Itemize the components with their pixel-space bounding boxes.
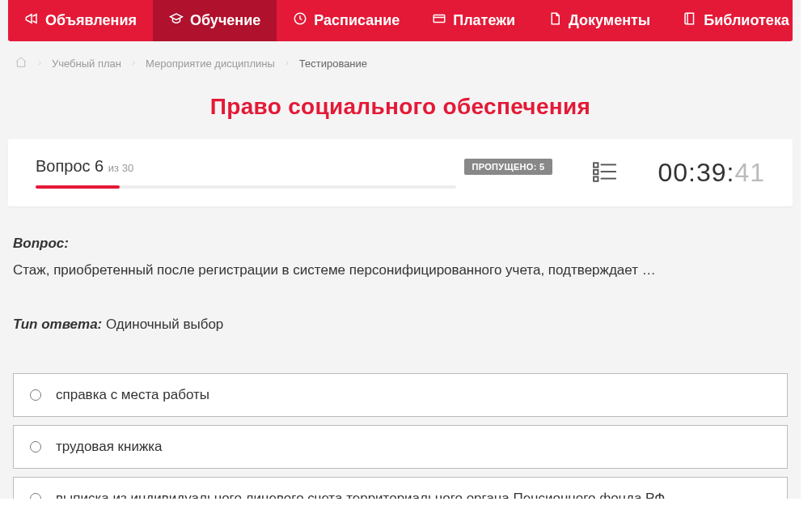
options-list: справка с места работы трудовая книжка в… xyxy=(13,373,788,499)
question-text: Стаж, приобретенный после регистрации в … xyxy=(13,260,788,281)
breadcrumb: Учебный план Мероприятие дисциплины Тест… xyxy=(8,41,793,74)
nav-label: Обучение xyxy=(190,12,260,29)
breadcrumb-current: Тестирование xyxy=(299,57,367,70)
svg-rect-6 xyxy=(594,176,598,181)
chevron-right-icon xyxy=(36,57,44,70)
option-radio[interactable] xyxy=(30,389,41,401)
progress-fill xyxy=(36,185,120,189)
nav-label: Объявления xyxy=(45,12,137,29)
svg-rect-4 xyxy=(594,169,598,173)
nav-schedule[interactable]: Расписание xyxy=(277,0,416,41)
option-text: трудовая книжка xyxy=(56,439,163,455)
nav-library[interactable]: Библиотека xyxy=(666,0,801,41)
breadcrumb-link[interactable]: Мероприятие дисциплины xyxy=(146,57,275,70)
skipped-badge: ПРОПУЩЕНО: 5 xyxy=(464,159,553,175)
nav-label: Расписание xyxy=(314,12,400,29)
svg-rect-1 xyxy=(433,15,445,23)
megaphone-icon xyxy=(24,11,39,30)
main-nav: Объявления Обучение Расписание xyxy=(8,0,793,41)
book-icon xyxy=(683,11,697,30)
option-item[interactable]: трудовая книжка xyxy=(13,425,788,469)
question-label: Вопрос: xyxy=(13,236,788,252)
home-icon[interactable] xyxy=(15,56,27,71)
answer-type-label: Тип ответа: xyxy=(13,317,102,332)
chevron-down-icon xyxy=(796,12,801,29)
option-radio[interactable] xyxy=(30,441,41,453)
option-text: выписка из индивидуального лицевого счет… xyxy=(56,491,665,499)
progress-bar xyxy=(36,185,456,189)
gradcap-icon xyxy=(169,11,184,30)
option-text: справка с места работы xyxy=(56,387,209,403)
timer: 00:39:41 xyxy=(658,158,765,188)
option-item[interactable]: справка с места работы xyxy=(13,373,788,417)
svg-rect-2 xyxy=(594,163,598,167)
nav-announcements[interactable]: Объявления xyxy=(8,0,153,41)
question-counter: Вопрос 6 из 30 xyxy=(36,157,133,176)
nav-payments[interactable]: Платежи xyxy=(416,0,531,41)
page-title: Право социального обеспечения xyxy=(8,94,793,120)
nav-label: Документы xyxy=(569,12,650,29)
nav-label: Библиотека xyxy=(704,12,789,29)
option-radio[interactable] xyxy=(30,493,41,499)
doc-icon xyxy=(548,11,562,30)
nav-documents[interactable]: Документы xyxy=(531,0,666,41)
nav-label: Платежи xyxy=(453,12,515,29)
progress-panel: Вопрос 6 из 30 ПРОПУЩЕНО: 5 xyxy=(8,139,793,206)
chevron-right-icon xyxy=(283,57,291,70)
breadcrumb-link[interactable]: Учебный план xyxy=(52,57,121,70)
chevron-right-icon xyxy=(129,57,137,70)
clock-icon xyxy=(293,11,307,30)
nav-education[interactable]: Обучение xyxy=(153,0,277,41)
answer-type-value: Одиночный выбор xyxy=(106,317,223,332)
option-item[interactable]: выписка из индивидуального лицевого счет… xyxy=(13,477,788,499)
question-list-button[interactable] xyxy=(593,161,617,185)
card-icon xyxy=(432,11,446,30)
